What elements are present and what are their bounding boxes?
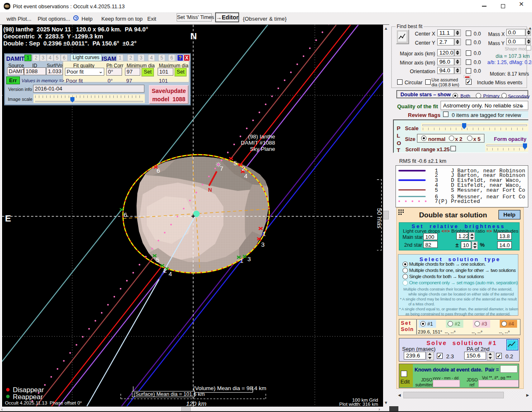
svg-text:6: 6 xyxy=(124,211,127,218)
svg-text:Sky Plane: Sky Plane xyxy=(250,146,275,152)
svg-text:Double : Sep 0.2396 ±0.0011".: Double : Sep 0.2396 ±0.0011". PA 150.6° … xyxy=(3,40,137,47)
svg-text:(98) Ianthe: (98) Ianthe xyxy=(248,133,275,140)
svg-text:Occult 4.2025.11.13: Occult 4.2025.11.13 xyxy=(5,400,47,405)
svg-text:120 km: 120 km xyxy=(186,400,206,407)
svg-text:(Surface) Mean dia = 101.6 km: (Surface) Mean dia = 101.6 km xyxy=(134,391,205,397)
svg-text:4: 4 xyxy=(168,270,172,277)
svg-text:(Volume) Mean dia = 98.4 km: (Volume) Mean dia = 98.4 km xyxy=(193,385,266,391)
svg-text:5: 5 xyxy=(234,160,237,167)
svg-text:Phase offset 0°: Phase offset 0° xyxy=(50,400,82,405)
svg-text:1: 1 xyxy=(262,230,266,237)
svg-text:4: 4 xyxy=(244,172,247,179)
svg-text:Geocentric X 2283.5 Y -1299: Geocentric X 2283.5 Y -1299.3 km xyxy=(3,33,103,40)
svg-text:E: E xyxy=(5,213,11,224)
svg-text:7: 7 xyxy=(220,165,223,172)
svg-text:3: 3 xyxy=(261,241,264,248)
svg-text:Plot width: 316 km: Plot width: 316 km xyxy=(339,402,378,407)
svg-text:3: 3 xyxy=(247,255,251,262)
svg-text:5: 5 xyxy=(156,256,159,263)
svg-text:Disappear: Disappear xyxy=(13,386,44,393)
svg-text:2: 2 xyxy=(163,267,167,274)
svg-text:6: 6 xyxy=(157,167,160,174)
svg-text:50 mas: 50 mas xyxy=(376,208,383,228)
svg-text:Reappear: Reappear xyxy=(13,393,43,400)
svg-text:(98) Ianthe 2025 Nov 11 120: (98) Ianthe 2025 Nov 11 120.0 x 96.0 km.… xyxy=(3,26,148,33)
svg-text:N: N xyxy=(208,187,212,193)
svg-text:DAMIT #1088: DAMIT #1088 xyxy=(241,140,275,146)
svg-text:N: N xyxy=(190,31,197,41)
svg-text:2: 2 xyxy=(242,165,245,172)
svg-text:1: 1 xyxy=(240,257,243,264)
